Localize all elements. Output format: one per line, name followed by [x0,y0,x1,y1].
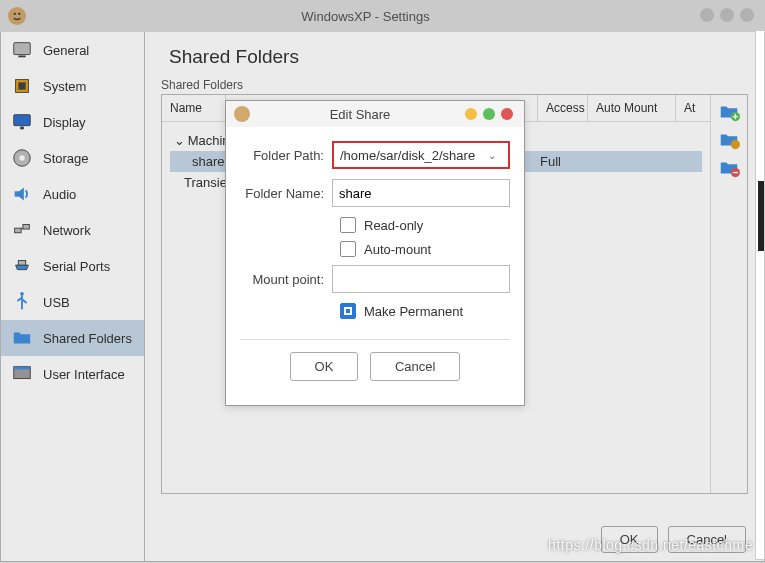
audio-icon [11,183,33,205]
right-strip [755,30,765,560]
page-title: Shared Folders [169,46,748,68]
app-icon [8,7,26,25]
svg-rect-8 [20,127,24,130]
sidebar-item-label: General [43,43,89,58]
folder-name-label: Folder Name: [240,186,332,201]
edit-folder-icon[interactable] [718,129,740,151]
edit-share-dialog: Edit Share Folder Path: /home/sar/disk_2… [225,100,525,406]
svg-rect-3 [14,43,31,55]
svg-rect-7 [14,115,31,126]
folder-path-dropdown[interactable]: /home/sar/disk_2/share ⌄ [332,141,510,169]
minimize-icon[interactable] [465,108,477,120]
checkbox-label: Auto-mount [364,242,431,257]
read-only-checkbox[interactable]: Read-only [340,217,510,233]
svg-point-14 [20,292,24,296]
ok-button[interactable]: OK [290,352,359,381]
window-controls[interactable] [697,8,757,25]
sidebar-item-storage[interactable]: Storage [1,140,144,176]
watermark: https://blog.csdn.net/eastchme [548,537,753,553]
display-icon [11,111,33,133]
sidebar-item-usb[interactable]: USB [1,284,144,320]
serial-port-icon [11,255,33,277]
cell-access: Full [540,154,561,169]
checkbox-label: Make Permanent [364,304,463,319]
folder-name-input[interactable] [332,179,510,207]
svg-rect-6 [18,82,25,89]
auto-mount-checkbox[interactable]: Auto-mount [340,241,510,257]
svg-point-2 [18,13,20,15]
checkbox-icon [340,217,356,233]
mount-point-input[interactable] [332,265,510,293]
sidebar-item-general[interactable]: General [1,32,144,68]
sidebar-item-user-interface[interactable]: User Interface [1,356,144,392]
dialog-titlebar: Edit Share [226,101,524,127]
add-folder-icon[interactable] [718,101,740,123]
sidebar-item-label: Display [43,115,86,130]
sidebar-item-system[interactable]: System [1,68,144,104]
checkbox-label: Read-only [364,218,423,233]
sidebar-item-label: Shared Folders [43,331,132,346]
sidebar-item-label: Serial Ports [43,259,110,274]
maximize-icon[interactable] [483,108,495,120]
sidebar-item-network[interactable]: Network [1,212,144,248]
th-automount[interactable]: Auto Mount [588,95,676,121]
sidebar-item-serial-ports[interactable]: Serial Ports [1,248,144,284]
make-permanent-checkbox[interactable]: Make Permanent [340,303,510,319]
sidebar-item-label: User Interface [43,367,125,382]
svg-rect-12 [23,225,29,230]
app-icon [234,106,250,122]
svg-point-0 [9,8,25,24]
checkbox-icon [340,303,356,319]
close-icon[interactable] [501,108,513,120]
system-icon [11,75,33,97]
cancel-button[interactable]: Cancel [370,352,460,381]
sidebar-item-display[interactable]: Display [1,104,144,140]
mount-point-label: Mount point: [240,272,332,287]
section-label: Shared Folders [161,78,748,92]
folder-icon [11,327,33,349]
th-at[interactable]: At [676,95,710,121]
network-icon [11,219,33,241]
sidebar-item-shared-folders[interactable]: Shared Folders [1,320,144,356]
sidebar-item-label: System [43,79,86,94]
general-icon [11,39,33,61]
dialog-title: Edit Share [258,107,462,122]
svg-rect-13 [18,261,25,266]
remove-folder-icon[interactable] [718,157,740,179]
checkbox-icon [340,241,356,257]
sidebar-item-label: Network [43,223,91,238]
th-name[interactable]: Name [162,95,226,121]
folder-path-label: Folder Path: [240,148,332,163]
main-titlebar: WindowsXP - Settings [0,0,765,32]
sidebar-item-label: Storage [43,151,89,166]
svg-rect-4 [18,56,25,58]
window-title: WindowsXP - Settings [34,9,697,24]
storage-icon [11,147,33,169]
svg-rect-11 [15,228,21,233]
sidebar-item-label: USB [43,295,70,310]
settings-sidebar: General System Display Storage Audio Net… [0,32,145,562]
ui-icon [11,363,33,385]
sidebar-item-label: Audio [43,187,76,202]
chevron-down-icon[interactable]: ⌄ [174,133,184,148]
svg-point-10 [19,155,25,161]
chevron-down-icon: ⌄ [488,150,502,161]
usb-icon [11,291,33,313]
sidebar-item-audio[interactable]: Audio [1,176,144,212]
th-access[interactable]: Access [538,95,588,121]
svg-point-18 [731,140,740,149]
svg-point-1 [14,13,16,15]
svg-rect-16 [14,367,31,370]
